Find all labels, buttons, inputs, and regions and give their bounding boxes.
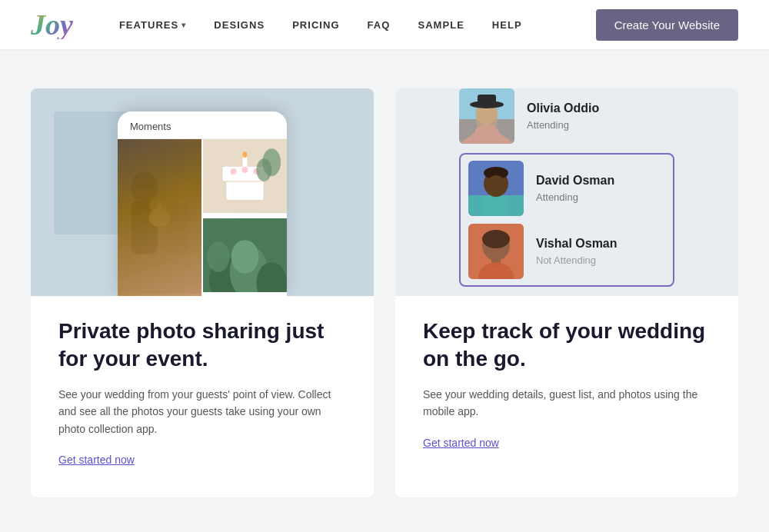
svg-point-9 [161,199,169,210]
nav-sample[interactable]: SAMPLE [418,19,464,31]
nav-features[interactable]: FEATURES ▾ [119,19,186,31]
photo-grid [118,139,287,296]
guest-name-vishal: Vishal Osman [536,237,618,251]
guest-info-david: David Osman Attending [536,174,614,204]
svg-rect-32 [478,95,496,106]
svg-point-8 [150,199,158,210]
photo-cake [203,139,287,213]
nav-help[interactable]: HELP [492,19,522,31]
guest-status-david: Attending [536,191,578,203]
svg-rect-14 [243,156,248,168]
navbar: Joy FEATURES ▾ DESIGNS PRICING FAQ SAMPL… [0,0,769,50]
svg-point-7 [152,201,168,215]
nav-pricing[interactable]: PRICING [292,19,339,31]
guest-info-vishal: Vishal Osman Not Attending [536,237,618,267]
photo-couple [118,139,201,296]
nav-designs[interactable]: DESIGNS [214,19,265,31]
svg-rect-2 [131,201,158,254]
guest-list: Olivia Oddio Attending [444,88,690,296]
selected-guests-group: David Osman Attending [459,153,674,287]
svg-point-26 [207,241,230,272]
wedding-tracking-card: Olivia Oddio Attending [395,88,738,497]
card1-get-started-link[interactable]: Get started now [58,454,135,466]
nav-faq[interactable]: FAQ [368,19,391,31]
guest-list-illustration: Olivia Oddio Attending [395,88,738,296]
avatar-vishal [468,224,524,279]
avatar-david [468,161,524,216]
phone-header-label: Moments [118,111,287,139]
svg-rect-10 [118,141,201,294]
features-chevron-icon: ▾ [181,21,186,29]
guest-name-david: David Osman [536,174,614,188]
main-content: Moments [0,50,769,532]
card2-description: See your wedding details, guest list, an… [423,386,711,421]
svg-rect-3 [137,183,154,189]
avatar-olivia [459,88,514,144]
svg-point-25 [231,240,259,274]
brand-logo[interactable]: Joy [31,10,73,39]
svg-rect-0 [118,141,201,294]
guest-item-david: David Osman Attending [468,161,665,216]
svg-point-17 [242,167,248,173]
guest-info-olivia: Olivia Oddio Attending [527,101,599,131]
photo-sharing-illustration: Moments [31,88,374,296]
guest-item-vishal: Vishal Osman Not Attending [468,224,665,279]
guest-status-vishal: Not Attending [536,254,596,266]
svg-point-16 [231,168,237,175]
card1-content: Private photo sharing just for your even… [31,296,374,467]
guest-item-olivia: Olivia Oddio Attending [459,88,674,144]
photo-greenery [203,218,287,292]
guest-name-olivia: Olivia Oddio [527,101,599,115]
svg-point-37 [487,175,505,195]
card1-title: Private photo sharing just for your even… [58,318,346,374]
card2-title: Keep track of your wedding on the go. [423,318,711,374]
svg-point-20 [256,158,271,181]
card2-content: Keep track of your wedding on the go. Se… [395,296,738,450]
guest-status-olivia: Attending [527,119,569,131]
card2-get-started-link[interactable]: Get started now [423,437,499,449]
nav-links: FEATURES ▾ DESIGNS PRICING FAQ SAMPLE HE… [119,19,596,31]
card1-description: See your wedding from your guests' point… [58,386,346,437]
create-website-button[interactable]: Create Your Website [596,9,738,41]
svg-point-15 [243,151,248,158]
svg-point-4 [164,176,190,205]
svg-rect-5 [165,204,189,253]
svg-rect-43 [468,224,524,279]
svg-point-6 [149,208,171,227]
svg-point-1 [131,172,158,203]
phone-mockup: Moments [118,111,287,296]
photo-sharing-card: Moments [31,88,374,497]
